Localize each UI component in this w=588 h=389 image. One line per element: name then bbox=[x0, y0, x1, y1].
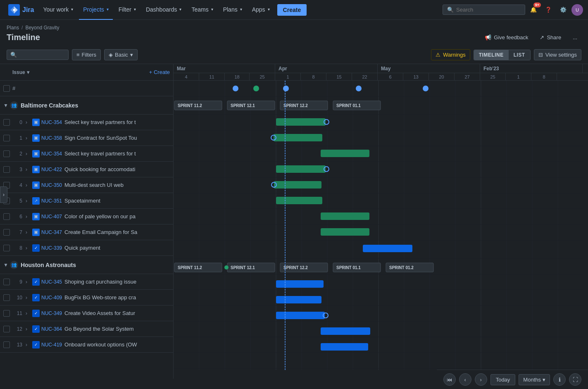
basic-button[interactable]: ◈ Basic ▾ bbox=[104, 49, 138, 60]
issue-key[interactable]: NUC-407 bbox=[41, 214, 62, 220]
table-row[interactable]: 13 › ✓ NUC-419 Onboard workout options (… bbox=[0, 337, 173, 353]
months-dropdown-button[interactable]: Months ▾ bbox=[519, 374, 550, 379]
create-button[interactable]: Create bbox=[277, 4, 307, 16]
expand-icon[interactable]: › bbox=[22, 198, 31, 204]
row-checkbox[interactable] bbox=[3, 213, 10, 220]
issue-key[interactable]: NUC-354 bbox=[41, 119, 62, 125]
table-row[interactable]: 10 › ✓ NUC-409 BugFix BG Web-store app c… bbox=[0, 290, 173, 305]
expand-icon[interactable]: › bbox=[22, 119, 31, 125]
share-button[interactable]: ↗ Share bbox=[536, 32, 565, 43]
gantt-bar[interactable] bbox=[274, 134, 322, 141]
gantt-bar[interactable] bbox=[276, 165, 326, 173]
expand-icon[interactable]: › bbox=[22, 310, 31, 316]
search-box[interactable]: 🔍 bbox=[443, 5, 525, 15]
expand-icon[interactable]: › bbox=[22, 279, 31, 285]
row-checkbox[interactable] bbox=[3, 229, 10, 236]
gantt-bar[interactable] bbox=[363, 245, 412, 252]
table-row[interactable]: 11 › ✓ NUC-349 Create Video Assets for S… bbox=[0, 305, 173, 321]
table-row[interactable]: 4 › ▣ NUC-350 Multi-dest search UI web bbox=[0, 177, 173, 193]
fullscreen-button[interactable]: ⛶ bbox=[569, 373, 581, 379]
nav-your-work[interactable]: Your work ▾ bbox=[39, 0, 77, 20]
issue-key[interactable]: NUC-419 bbox=[41, 342, 62, 348]
today-button[interactable]: Today bbox=[490, 374, 516, 379]
gantt-bar[interactable] bbox=[274, 181, 321, 189]
breadcrumb-plans[interactable]: Plans bbox=[7, 25, 19, 31]
row-checkbox[interactable] bbox=[3, 310, 10, 317]
gantt-bar[interactable] bbox=[321, 150, 369, 157]
nav-filter[interactable]: Filter ▾ bbox=[114, 0, 140, 20]
table-row[interactable]: 6 › ▣ NUC-407 Color of pale yellow on ou… bbox=[0, 209, 173, 224]
expand-icon[interactable]: › bbox=[22, 229, 31, 235]
row-checkbox[interactable] bbox=[3, 135, 10, 141]
table-row[interactable]: 8 › ✓ NUC-339 Quick payment bbox=[0, 240, 173, 256]
filters-button[interactable]: ≡ Filters bbox=[72, 49, 101, 60]
expand-icon[interactable]: › bbox=[22, 213, 31, 220]
breadcrumb-project[interactable]: Beyond Gravity bbox=[25, 25, 59, 31]
table-row[interactable]: 12 › ✓ NUC-364 Go Beyond the Solar Syste… bbox=[0, 321, 173, 337]
table-row[interactable]: 3 › ▣ NUC-422 Quick booking for accomoda… bbox=[0, 162, 173, 177]
row-checkbox[interactable] bbox=[3, 341, 10, 348]
issue-key[interactable]: NUC-358 bbox=[41, 135, 62, 141]
row-checkbox[interactable] bbox=[3, 245, 10, 251]
warnings-button[interactable]: ⚠ Warnings bbox=[431, 49, 470, 60]
help-button[interactable]: ❓ bbox=[542, 3, 555, 17]
expand-icon[interactable]: › bbox=[22, 182, 31, 188]
issue-key[interactable]: NUC-350 bbox=[41, 182, 62, 188]
issue-key[interactable]: NUC-347 bbox=[41, 229, 62, 235]
navigate-left-start-button[interactable]: ⏮ bbox=[443, 373, 456, 379]
gantt-bar[interactable] bbox=[276, 280, 324, 288]
row-checkbox[interactable] bbox=[3, 166, 10, 173]
group-houston-astronauts[interactable]: ▼ 👥 Houston Astronauts bbox=[0, 256, 173, 274]
table-row[interactable]: 1 › ▣ NUC-358 Sign Contract for SunSpot … bbox=[0, 130, 173, 146]
issue-key[interactable]: NUC-409 bbox=[41, 295, 62, 301]
jira-logo[interactable]: Jira bbox=[5, 4, 37, 16]
navigate-left-button[interactable]: ‹ bbox=[459, 373, 471, 379]
table-row[interactable]: 2 › ▣ NUC-354 Select key travel partners… bbox=[0, 146, 173, 162]
tab-timeline[interactable]: TIMELINE bbox=[474, 50, 509, 60]
view-settings-button[interactable]: ⊟ View settings bbox=[534, 49, 581, 60]
user-avatar[interactable]: U bbox=[571, 4, 583, 16]
nav-dashboards[interactable]: Dashboards ▾ bbox=[142, 0, 186, 20]
table-row[interactable]: 7 › ▣ NUC-347 Create Email Campaign for … bbox=[0, 224, 173, 240]
settings-button[interactable]: ⚙️ bbox=[557, 3, 570, 17]
row-checkbox[interactable] bbox=[3, 294, 10, 301]
sidebar-toggle[interactable]: › bbox=[0, 186, 7, 203]
row-checkbox[interactable] bbox=[3, 119, 10, 126]
nav-apps[interactable]: Apps ▾ bbox=[248, 0, 274, 20]
gantt-bar[interactable] bbox=[276, 296, 321, 303]
gantt-bar[interactable] bbox=[276, 118, 326, 126]
toolbar-search[interactable]: 🔍 bbox=[7, 50, 69, 60]
create-issue-button[interactable]: + Create bbox=[149, 69, 170, 75]
issue-column-header[interactable]: Issue ▾ bbox=[12, 69, 29, 75]
row-checkbox[interactable] bbox=[3, 326, 10, 332]
issue-key[interactable]: NUC-345 bbox=[41, 279, 62, 285]
gantt-bar[interactable] bbox=[321, 212, 369, 220]
tab-list[interactable]: LIST bbox=[509, 50, 530, 60]
issue-key[interactable]: NUC-422 bbox=[41, 167, 62, 172]
row-checkbox[interactable] bbox=[3, 279, 10, 285]
more-actions-button[interactable]: ... bbox=[569, 32, 581, 43]
table-row[interactable]: 9 › ✓ NUC-345 Shoping cart purchasing is… bbox=[0, 274, 173, 290]
gantt-bar[interactable] bbox=[321, 343, 368, 351]
give-feedback-button[interactable]: 📢 Give feedback bbox=[481, 32, 532, 43]
expand-icon[interactable]: › bbox=[22, 341, 31, 348]
search-input[interactable] bbox=[456, 7, 518, 13]
gantt-bar[interactable] bbox=[321, 228, 369, 236]
issue-key[interactable]: NUC-351 bbox=[41, 198, 62, 204]
issue-key[interactable]: NUC-339 bbox=[41, 245, 62, 251]
toolbar-search-input[interactable] bbox=[19, 52, 61, 58]
nav-plans[interactable]: Plans ▾ bbox=[219, 0, 246, 20]
gantt-bar[interactable] bbox=[276, 197, 322, 204]
table-row[interactable]: 0 › ▣ NUC-354 Select key travel partners… bbox=[0, 115, 173, 130]
table-row[interactable]: 5 › ↗ NUC-351 Spacetainment bbox=[0, 193, 173, 209]
nav-projects[interactable]: Projects ▾ bbox=[79, 0, 113, 20]
expand-icon[interactable]: › bbox=[22, 135, 31, 141]
expand-icon[interactable]: › bbox=[22, 245, 31, 251]
expand-icon[interactable]: › bbox=[22, 166, 31, 172]
gantt-bar[interactable] bbox=[276, 312, 325, 319]
issue-key[interactable]: NUC-349 bbox=[41, 310, 62, 316]
notifications-button[interactable]: 🔔 9+ bbox=[527, 3, 540, 17]
expand-icon[interactable]: › bbox=[22, 294, 31, 301]
gantt-bar[interactable] bbox=[321, 327, 370, 335]
expand-icon[interactable]: › bbox=[22, 150, 31, 157]
